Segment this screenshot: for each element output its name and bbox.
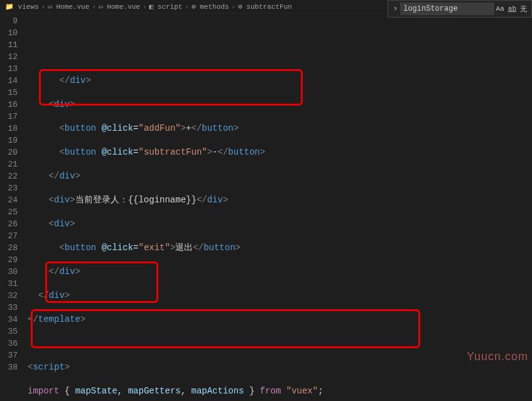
chevron-right-icon: › [185, 3, 189, 11]
chevron-right-icon: › [231, 3, 236, 11]
breadcrumb-item[interactable]: ⚙ methods [192, 3, 229, 11]
breadcrumb-item[interactable]: ▭ Home.vue [48, 3, 89, 11]
watermark: Yuucn.com [467, 350, 528, 363]
search-input[interactable] [400, 3, 494, 15]
code-content[interactable]: </div> <div> <button @click="addFun">+</… [28, 14, 532, 401]
chevron-right-icon[interactable]: › [391, 4, 400, 13]
whole-word-button[interactable]: ab [506, 5, 518, 13]
no-results-label: 无 [518, 4, 529, 14]
breadcrumb-item[interactable]: ▭ Home.vue [99, 3, 140, 11]
line-number-gutter: 910111213 1415161718 1920212223 24252627… [0, 14, 28, 401]
chevron-right-icon: › [41, 3, 46, 11]
breadcrumb-item[interactable]: ◧ script [149, 3, 183, 11]
find-widget[interactable]: › Aa ab 无 [388, 0, 532, 18]
match-case-button[interactable]: Aa [494, 5, 506, 13]
code-editor[interactable]: 910111213 1415161718 1920212223 24252627… [0, 14, 532, 401]
chevron-right-icon: › [143, 3, 147, 11]
chevron-right-icon: › [92, 3, 96, 11]
breadcrumb-item[interactable]: ⚙ subtractFun [238, 3, 292, 11]
breadcrumb-item[interactable]: 📁 views [5, 3, 39, 11]
